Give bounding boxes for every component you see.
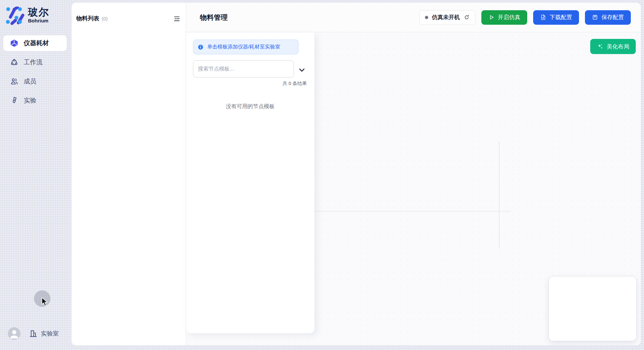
canvas-guide-horizontal — [314, 211, 510, 212]
sidebar-item-label: 实验 — [24, 96, 36, 105]
material-list-title: 物料列表 — [76, 15, 99, 22]
play-icon — [488, 14, 495, 20]
experiment-icon — [10, 96, 18, 105]
start-simulation-button[interactable]: 开启仿真 — [481, 10, 527, 25]
cube-icon — [10, 39, 18, 47]
content-area: 物料管理 仿真未开机 — [186, 3, 641, 345]
avatar[interactable] — [8, 327, 20, 340]
download-file-icon — [540, 14, 546, 20]
members-icon — [10, 77, 18, 86]
save-config-button[interactable]: 保存配置 — [585, 10, 631, 25]
beautify-layout-label: 美化布局 — [607, 43, 629, 50]
app-root: { "brand": { "name_zh": "玻尔", "name_en":… — [0, 0, 644, 350]
sidebar: 玻尔 Bohrium 仪器耗材 工作流 — [0, 0, 70, 350]
sparkles-icon — [597, 43, 603, 50]
sidebar-item-label: 仪器耗材 — [24, 39, 49, 47]
simulation-status-label: 仿真未开机 — [432, 14, 460, 21]
empty-templates-text: 没有可用的节点模板 — [186, 103, 314, 110]
workflow-icon — [10, 58, 18, 67]
sidebar-item-label: 成员 — [24, 77, 36, 86]
content-header: 物料管理 仿真未开机 — [186, 3, 641, 32]
canvas-guide-vertical — [499, 142, 499, 248]
result-count: 共 0 条结果 — [282, 80, 307, 87]
template-hint-text: 单击模板添加仪器/耗材至实验室 — [207, 44, 280, 50]
download-config-button[interactable]: 下载配置 — [533, 10, 579, 25]
template-hint-banner: 单击模板添加仪器/耗材至实验室 — [193, 40, 299, 54]
chevron-down-icon[interactable] — [298, 66, 306, 74]
sidebar-item-label: 工作流 — [24, 58, 43, 67]
workspace-label: 实验室 — [41, 330, 59, 337]
brand: 玻尔 Bohrium — [6, 7, 49, 25]
save-icon — [592, 14, 598, 20]
mouse-cursor — [41, 297, 49, 307]
workspace-switcher[interactable]: 实验室 — [29, 329, 59, 338]
sidebar-nav: 仪器耗材 工作流 成员 — [3, 35, 67, 112]
sidebar-item-experiment[interactable]: 实验 — [3, 93, 67, 108]
download-config-label: 下载配置 — [550, 14, 572, 21]
main-window: 物料列表 (0) 物料管理 仿真未开机 — [72, 3, 641, 345]
simulation-status-pill[interactable]: 仿真未开机 — [419, 10, 475, 25]
sidebar-item-members[interactable]: 成员 — [3, 73, 67, 89]
save-config-label: 保存配置 — [601, 14, 624, 21]
sidebar-item-workflow[interactable]: 工作流 — [3, 54, 67, 70]
beautify-layout-button[interactable]: 美化布局 — [590, 39, 636, 54]
status-dot — [425, 16, 428, 19]
material-list-count: (0) — [102, 16, 108, 21]
template-panel: 单击模板添加仪器/耗材至实验室 共 0 条结果 没有可用的节点模板 — [186, 32, 315, 333]
collapse-panel-icon[interactable] — [173, 15, 180, 22]
brand-name-zh: 玻尔 — [28, 7, 49, 18]
header-actions: 仿真未开机 开启仿真 — [419, 10, 631, 25]
lab-canvas[interactable]: 单击模板添加仪器/耗材至实验室 共 0 条结果 没有可用的节点模板 — [186, 32, 641, 345]
search-input[interactable] — [193, 60, 294, 77]
refresh-icon[interactable] — [464, 14, 470, 20]
material-list-header: 物料列表 (0) — [72, 3, 186, 22]
bohrium-logo-icon — [6, 7, 24, 25]
lab-icon — [29, 329, 38, 338]
start-simulation-label: 开启仿真 — [498, 14, 520, 21]
page-title: 物料管理 — [200, 13, 228, 22]
material-list-panel: 物料列表 (0) — [72, 3, 186, 345]
sidebar-item-instruments[interactable]: 仪器耗材 — [3, 35, 67, 51]
minimap[interactable] — [549, 276, 636, 341]
info-icon — [197, 44, 204, 50]
brand-name-en: Bohrium — [28, 18, 49, 24]
